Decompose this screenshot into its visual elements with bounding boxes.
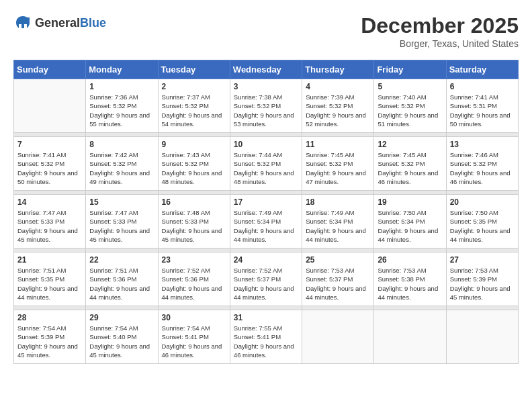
logo: GeneralBlue [13, 13, 106, 32]
day-number: 2 [162, 82, 226, 91]
day-info: Sunrise: 7:51 AM Sunset: 5:36 PM Dayligh… [89, 266, 154, 302]
day-info: Sunrise: 7:47 AM Sunset: 5:33 PM Dayligh… [17, 208, 82, 244]
daylight-text: Daylight: 9 hours and 50 minutes. [450, 111, 511, 128]
sunset-text: Sunset: 5:32 PM [17, 160, 64, 167]
sunrise-text: Sunrise: 7:53 AM [450, 267, 498, 274]
calendar-week-3: 14 Sunrise: 7:47 AM Sunset: 5:33 PM Dayl… [14, 195, 519, 248]
day-number: 10 [234, 140, 298, 149]
daylight-text: Daylight: 9 hours and 44 minutes. [306, 227, 366, 243]
calendar-table: Sunday Monday Tuesday Wednesday Thursday… [13, 60, 519, 364]
day-number: 4 [306, 82, 370, 91]
calendar-subtitle: Borger, Texas, United States [361, 38, 519, 49]
sunset-text: Sunset: 5:32 PM [234, 102, 281, 109]
sunset-text: Sunset: 5:32 PM [162, 102, 209, 109]
sunset-text: Sunset: 5:35 PM [17, 275, 64, 283]
calendar-day: 18 Sunrise: 7:49 AM Sunset: 5:34 PM Dayl… [302, 195, 374, 248]
sunset-text: Sunset: 5:38 PM [378, 275, 425, 283]
daylight-text: Daylight: 9 hours and 45 minutes. [89, 227, 150, 243]
sunset-text: Sunset: 5:33 PM [17, 218, 64, 225]
day-info: Sunrise: 7:49 AM Sunset: 5:34 PM Dayligh… [306, 208, 370, 244]
calendar-day: 5 Sunrise: 7:40 AM Sunset: 5:32 PM Dayli… [374, 79, 446, 133]
day-info: Sunrise: 7:51 AM Sunset: 5:35 PM Dayligh… [17, 266, 82, 302]
day-number: 30 [162, 313, 226, 322]
day-number: 26 [378, 255, 442, 265]
calendar-day: 19 Sunrise: 7:50 AM Sunset: 5:34 PM Dayl… [374, 195, 446, 248]
day-number: 14 [17, 197, 82, 207]
daylight-text: Daylight: 9 hours and 52 minutes. [306, 111, 366, 128]
sunset-text: Sunset: 5:37 PM [306, 275, 353, 283]
sunrise-text: Sunrise: 7:45 AM [306, 151, 354, 158]
calendar-title: December 2025 [361, 13, 519, 38]
day-number: 11 [306, 140, 370, 149]
day-info: Sunrise: 7:45 AM Sunset: 5:32 PM Dayligh… [306, 150, 370, 186]
day-info: Sunrise: 7:39 AM Sunset: 5:32 PM Dayligh… [306, 93, 370, 128]
sunset-text: Sunset: 5:35 PM [450, 218, 497, 225]
calendar-day [14, 79, 86, 133]
day-info: Sunrise: 7:52 AM Sunset: 5:37 PM Dayligh… [234, 266, 298, 302]
daylight-text: Daylight: 9 hours and 53 minutes. [234, 111, 294, 128]
day-number: 28 [17, 313, 82, 322]
sunrise-text: Sunrise: 7:41 AM [17, 151, 66, 158]
calendar-day: 10 Sunrise: 7:44 AM Sunset: 5:32 PM Dayl… [230, 137, 302, 191]
day-info: Sunrise: 7:40 AM Sunset: 5:32 PM Dayligh… [378, 93, 442, 128]
daylight-text: Daylight: 9 hours and 55 minutes. [89, 111, 150, 128]
day-info: Sunrise: 7:50 AM Sunset: 5:34 PM Dayligh… [378, 208, 442, 244]
sunrise-text: Sunrise: 7:37 AM [162, 93, 210, 101]
sunrise-text: Sunrise: 7:54 AM [162, 324, 210, 332]
calendar-day: 14 Sunrise: 7:47 AM Sunset: 5:33 PM Dayl… [14, 195, 86, 248]
sunset-text: Sunset: 5:32 PM [378, 102, 425, 109]
daylight-text: Daylight: 9 hours and 44 minutes. [306, 285, 366, 301]
day-number: 12 [378, 140, 442, 149]
daylight-text: Daylight: 9 hours and 44 minutes. [450, 227, 511, 243]
calendar-day: 26 Sunrise: 7:53 AM Sunset: 5:38 PM Dayl… [374, 253, 446, 306]
calendar-day: 3 Sunrise: 7:38 AM Sunset: 5:32 PM Dayli… [230, 79, 302, 133]
calendar-day: 8 Sunrise: 7:42 AM Sunset: 5:32 PM Dayli… [86, 137, 158, 191]
daylight-text: Daylight: 9 hours and 44 minutes. [234, 285, 294, 301]
calendar-day: 9 Sunrise: 7:43 AM Sunset: 5:32 PM Dayli… [158, 137, 230, 191]
sunset-text: Sunset: 5:36 PM [162, 275, 209, 283]
calendar-day: 12 Sunrise: 7:45 AM Sunset: 5:32 PM Dayl… [374, 137, 446, 191]
daylight-text: Daylight: 9 hours and 44 minutes. [378, 285, 438, 301]
calendar-day: 15 Sunrise: 7:47 AM Sunset: 5:33 PM Dayl… [86, 195, 158, 248]
calendar-day: 28 Sunrise: 7:54 AM Sunset: 5:39 PM Dayl… [14, 310, 86, 364]
daylight-text: Daylight: 9 hours and 49 minutes. [89, 169, 150, 185]
day-info: Sunrise: 7:41 AM Sunset: 5:32 PM Dayligh… [17, 150, 82, 186]
sunrise-text: Sunrise: 7:55 AM [234, 324, 282, 332]
daylight-text: Daylight: 9 hours and 47 minutes. [306, 169, 366, 185]
sunset-text: Sunset: 5:40 PM [89, 333, 136, 340]
day-info: Sunrise: 7:44 AM Sunset: 5:32 PM Dayligh… [234, 150, 298, 186]
sunrise-text: Sunrise: 7:38 AM [234, 93, 282, 101]
day-number: 23 [162, 255, 226, 265]
col-thursday: Thursday [302, 60, 374, 79]
calendar-day: 25 Sunrise: 7:53 AM Sunset: 5:37 PM Dayl… [302, 253, 374, 306]
daylight-text: Daylight: 9 hours and 45 minutes. [162, 227, 222, 243]
day-number: 17 [234, 197, 298, 207]
calendar-day: 20 Sunrise: 7:50 AM Sunset: 5:35 PM Dayl… [446, 195, 518, 248]
daylight-text: Daylight: 9 hours and 46 minutes. [378, 169, 438, 185]
calendar-day: 17 Sunrise: 7:49 AM Sunset: 5:34 PM Dayl… [230, 195, 302, 248]
sunset-text: Sunset: 5:32 PM [450, 160, 497, 167]
col-saturday: Saturday [446, 60, 518, 79]
sunrise-text: Sunrise: 7:39 AM [306, 93, 354, 101]
sunrise-text: Sunrise: 7:50 AM [378, 209, 426, 216]
sunrise-text: Sunrise: 7:46 AM [450, 151, 498, 158]
sunrise-text: Sunrise: 7:47 AM [89, 209, 138, 216]
calendar-week-1: 1 Sunrise: 7:36 AM Sunset: 5:32 PM Dayli… [14, 79, 519, 133]
day-number: 22 [89, 255, 154, 265]
sunset-text: Sunset: 5:32 PM [378, 160, 425, 167]
sunrise-text: Sunrise: 7:52 AM [234, 267, 282, 274]
daylight-text: Daylight: 9 hours and 45 minutes. [17, 227, 78, 243]
sunset-text: Sunset: 5:39 PM [450, 275, 497, 283]
calendar-day: 29 Sunrise: 7:54 AM Sunset: 5:40 PM Dayl… [86, 310, 158, 364]
sunset-text: Sunset: 5:36 PM [89, 275, 136, 283]
header-row: Sunday Monday Tuesday Wednesday Thursday… [14, 60, 519, 79]
daylight-text: Daylight: 9 hours and 44 minutes. [17, 285, 78, 301]
header: GeneralBlue December 2025 Borger, Texas,… [13, 13, 519, 49]
day-info: Sunrise: 7:53 AM Sunset: 5:37 PM Dayligh… [306, 266, 370, 302]
calendar-day: 31 Sunrise: 7:55 AM Sunset: 5:41 PM Dayl… [230, 310, 302, 364]
sunset-text: Sunset: 5:32 PM [89, 102, 136, 109]
day-info: Sunrise: 7:43 AM Sunset: 5:32 PM Dayligh… [162, 150, 226, 186]
sunrise-text: Sunrise: 7:49 AM [306, 209, 354, 216]
sunset-text: Sunset: 5:31 PM [450, 102, 497, 109]
day-number: 15 [89, 197, 154, 207]
